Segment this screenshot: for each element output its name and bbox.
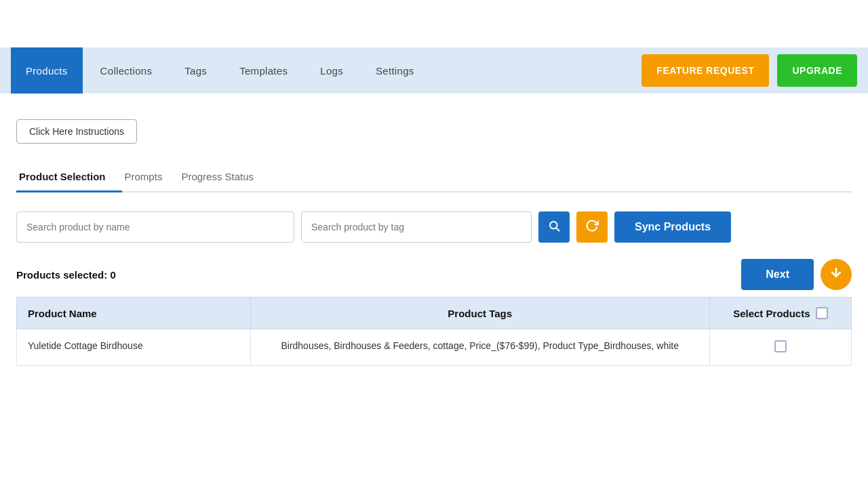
search-name-input[interactable]: [16, 211, 294, 243]
refresh-icon: [585, 219, 599, 236]
col-select-products-label: Select Products: [733, 308, 810, 319]
next-button[interactable]: Next: [741, 259, 814, 290]
col-product-name: Product Name: [17, 298, 251, 329]
select-all-checkbox[interactable]: [816, 307, 828, 319]
search-area: Sync Products: [16, 211, 852, 243]
col-product-tags: Product Tags: [250, 298, 709, 329]
search-button[interactable]: [538, 211, 570, 243]
nav-logs[interactable]: Logs: [305, 47, 358, 94]
refresh-button[interactable]: [576, 211, 608, 243]
tab-prompts[interactable]: Prompts: [122, 164, 179, 192]
tab-progress-status[interactable]: Progress Status: [178, 164, 270, 192]
tab-product-selection[interactable]: Product Selection: [16, 164, 122, 192]
sync-products-button[interactable]: Sync Products: [614, 211, 731, 243]
product-name-cell: Yuletide Cottage Birdhouse: [17, 329, 251, 366]
down-arrow-icon: [829, 266, 843, 283]
row-checkbox[interactable]: [774, 340, 787, 352]
instructions-button[interactable]: Click Here Instructions: [16, 119, 137, 144]
nav-settings[interactable]: Settings: [361, 47, 429, 94]
main-content: Click Here Instructions Product Selectio…: [0, 94, 868, 366]
feature-request-button[interactable]: Feature Request: [642, 54, 769, 87]
products-selected-label: Products selected: 0: [16, 269, 116, 281]
nav-products[interactable]: Products: [11, 47, 83, 94]
table-header-row: Product Name Product Tags Select Product…: [17, 298, 852, 329]
upgrade-button[interactable]: Upgrade: [777, 54, 857, 87]
nav-tags[interactable]: Tags: [170, 47, 222, 94]
search-tag-input[interactable]: [301, 211, 532, 243]
search-icon: [548, 220, 560, 235]
scroll-down-button[interactable]: [821, 259, 852, 290]
product-table: Product Name Product Tags Select Product…: [16, 297, 852, 366]
tabs-container: Product Selection Prompts Progress Statu…: [16, 164, 852, 192]
product-tags-cell: Birdhouses, Birdhouses & Feeders, cottag…: [250, 329, 709, 366]
svg-line-1: [556, 228, 559, 230]
table-row: Yuletide Cottage Birdhouse Birdhouses, B…: [17, 329, 852, 366]
col-select-products: Select Products: [709, 298, 851, 329]
product-select-cell: [709, 329, 851, 366]
navbar: Products Collections Tags Templates Logs…: [0, 47, 868, 94]
nav-templates[interactable]: Templates: [224, 47, 302, 94]
products-bar: Products selected: 0 Next: [16, 259, 852, 290]
bar-right: Next: [741, 259, 852, 290]
nav-collections[interactable]: Collections: [85, 47, 167, 94]
